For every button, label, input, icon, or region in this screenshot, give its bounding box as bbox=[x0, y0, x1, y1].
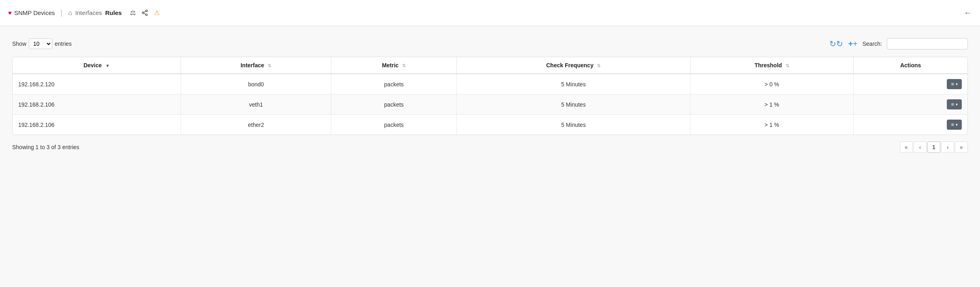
page-next-button[interactable]: › bbox=[941, 141, 954, 153]
col-metric[interactable]: Metric ⇅ bbox=[331, 57, 456, 74]
refresh-icon: ↻ bbox=[829, 39, 843, 48]
col-actions-label: Actions bbox=[900, 62, 921, 69]
cell-frequency-2: 5 Minutes bbox=[457, 115, 690, 135]
cell-metric-1: packets bbox=[331, 94, 456, 115]
footer-row: Showing 1 to 3 of 3 entries « ‹ 1 › » bbox=[12, 141, 968, 153]
cell-actions-0: ≡ ▾ bbox=[854, 74, 967, 94]
home-icon[interactable] bbox=[68, 9, 72, 17]
brand-label: SNMP Devices bbox=[14, 9, 55, 16]
page-prev-button[interactable]: ‹ bbox=[914, 141, 927, 153]
cell-interface-0: bond0 bbox=[181, 74, 331, 94]
table-row: 192.168.2.106 veth1 packets 5 Minutes > … bbox=[13, 94, 967, 115]
entries-select[interactable]: 10 25 50 100 bbox=[29, 39, 52, 49]
cell-frequency-1: 5 Minutes bbox=[457, 94, 690, 115]
table-row: 192.168.2.120 bond0 packets 5 Minutes > … bbox=[13, 74, 967, 94]
plus-icon: + bbox=[848, 39, 857, 48]
interfaces-link[interactable]: Interfaces bbox=[75, 9, 102, 16]
showing-text: Showing 1 to 3 of 3 entries bbox=[12, 144, 79, 150]
menu-icon-1: ≡ bbox=[951, 101, 954, 107]
col-check-frequency[interactable]: Check Frequency ⇅ bbox=[457, 57, 690, 74]
cell-device-1: 192.168.2.106 bbox=[13, 94, 181, 115]
sort-frequency-icon[interactable]: ⇅ bbox=[597, 63, 601, 69]
scale-icon[interactable] bbox=[130, 9, 136, 17]
add-button[interactable]: + bbox=[848, 39, 857, 49]
search-input[interactable] bbox=[887, 38, 968, 49]
menu-icon-0: ≡ bbox=[951, 81, 954, 87]
caret-icon-1: ▾ bbox=[956, 102, 958, 107]
cell-metric-0: packets bbox=[331, 74, 456, 94]
col-threshold-label: Threshold bbox=[754, 62, 782, 69]
col-interface-label: Interface bbox=[241, 62, 264, 69]
page-last-button[interactable]: » bbox=[955, 141, 968, 153]
cell-threshold-0: > 0 % bbox=[690, 74, 854, 94]
navbar: SNMP Devices | Interfaces Rules bbox=[0, 0, 980, 26]
col-device-label: Device bbox=[83, 62, 102, 69]
sort-interface-icon[interactable]: ⇅ bbox=[268, 63, 271, 69]
nav-left: SNMP Devices | Interfaces Rules bbox=[8, 9, 160, 17]
sort-threshold-icon[interactable]: ⇅ bbox=[786, 63, 789, 69]
cell-threshold-2: > 1 % bbox=[690, 115, 854, 135]
cell-frequency-0: 5 Minutes bbox=[457, 74, 690, 94]
menu-icon-2: ≡ bbox=[951, 122, 954, 128]
controls-row: Show 10 25 50 100 entries ↻ + Search: bbox=[12, 38, 968, 49]
col-threshold[interactable]: Threshold ⇅ bbox=[690, 57, 854, 74]
refresh-button[interactable]: ↻ bbox=[829, 39, 843, 49]
action-button-0[interactable]: ≡ ▾ bbox=[947, 79, 962, 89]
pagination: « ‹ 1 › » bbox=[900, 141, 968, 153]
page-first-button[interactable]: « bbox=[900, 141, 913, 153]
col-check-frequency-label: Check Frequency bbox=[546, 62, 594, 69]
cell-device-0: 192.168.2.120 bbox=[13, 74, 181, 94]
cell-interface-2: ether2 bbox=[181, 115, 331, 135]
cell-metric-2: packets bbox=[331, 115, 456, 135]
nav-separator: | bbox=[61, 9, 63, 17]
heart-icon bbox=[8, 9, 12, 16]
svg-line-4 bbox=[144, 11, 146, 13]
svg-line-3 bbox=[144, 13, 146, 15]
sort-device-icon[interactable]: ▼ bbox=[105, 63, 110, 68]
col-interface[interactable]: Interface ⇅ bbox=[181, 57, 331, 74]
cell-interface-1: veth1 bbox=[181, 94, 331, 115]
col-device[interactable]: Device ▼ bbox=[13, 57, 181, 74]
table-header-row: Device ▼ Interface ⇅ Metric ⇅ Check Freq… bbox=[13, 57, 967, 74]
caret-icon-0: ▾ bbox=[956, 82, 958, 86]
warn-icon[interactable] bbox=[154, 9, 160, 17]
nav-icons bbox=[130, 9, 160, 17]
controls-right: ↻ + Search: bbox=[829, 38, 968, 49]
col-actions: Actions bbox=[854, 57, 967, 74]
col-metric-label: Metric bbox=[382, 62, 398, 69]
main-content: Show 10 25 50 100 entries ↻ + Search: De… bbox=[0, 26, 980, 161]
cell-actions-2: ≡ ▾ bbox=[854, 115, 967, 135]
back-button[interactable] bbox=[964, 8, 972, 17]
cell-threshold-1: > 1 % bbox=[690, 94, 854, 115]
back-icon bbox=[964, 8, 972, 17]
data-table: Device ▼ Interface ⇅ Metric ⇅ Check Freq… bbox=[12, 57, 968, 135]
action-button-2[interactable]: ≡ ▾ bbox=[947, 120, 962, 130]
rules-label: Rules bbox=[105, 9, 122, 16]
show-label: Show bbox=[12, 41, 26, 47]
cell-device-2: 192.168.2.106 bbox=[13, 115, 181, 135]
page-current-button[interactable]: 1 bbox=[927, 141, 940, 153]
share-icon[interactable] bbox=[141, 9, 148, 17]
caret-icon-2: ▾ bbox=[956, 122, 958, 127]
action-button-1[interactable]: ≡ ▾ bbox=[947, 99, 962, 109]
nav-brand: SNMP Devices bbox=[8, 9, 55, 16]
sort-metric-icon[interactable]: ⇅ bbox=[402, 63, 406, 69]
search-label: Search: bbox=[863, 41, 882, 47]
table-row: 192.168.2.106 ether2 packets 5 Minutes >… bbox=[13, 115, 967, 135]
cell-actions-1: ≡ ▾ bbox=[854, 94, 967, 115]
entries-text: entries bbox=[55, 41, 72, 47]
